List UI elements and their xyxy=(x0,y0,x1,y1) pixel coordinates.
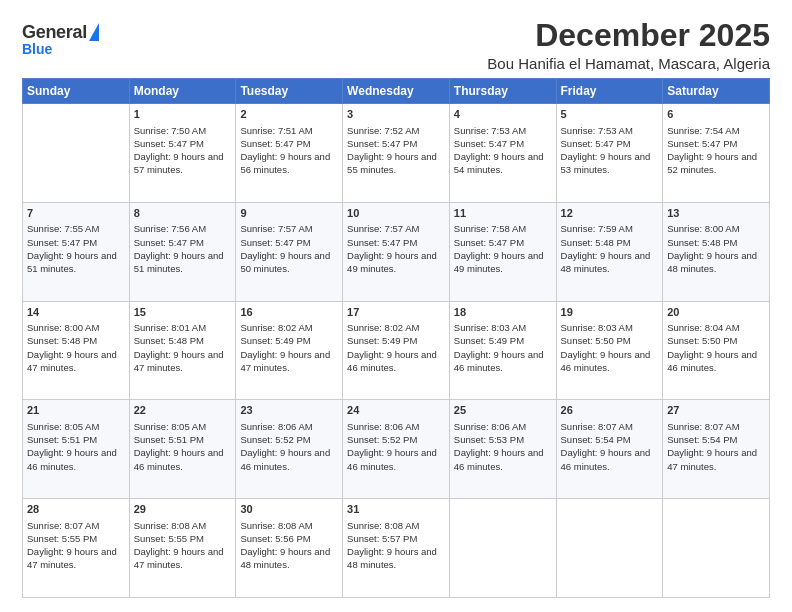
day-number: 5 xyxy=(561,107,659,122)
daylight-text: Daylight: 9 hours and 46 minutes. xyxy=(240,447,330,471)
day-number: 10 xyxy=(347,206,445,221)
daylight-text: Daylight: 9 hours and 46 minutes. xyxy=(454,349,544,373)
sunset-text: Sunset: 5:47 PM xyxy=(27,237,97,248)
daylight-text: Daylight: 9 hours and 47 minutes. xyxy=(134,546,224,570)
sunrise-text: Sunrise: 7:52 AM xyxy=(347,125,419,136)
sunset-text: Sunset: 5:47 PM xyxy=(347,237,417,248)
day-number: 25 xyxy=(454,403,552,418)
daylight-text: Daylight: 9 hours and 51 minutes. xyxy=(27,250,117,274)
daylight-text: Daylight: 9 hours and 46 minutes. xyxy=(561,349,651,373)
daylight-text: Daylight: 9 hours and 48 minutes. xyxy=(240,546,330,570)
daylight-text: Daylight: 9 hours and 46 minutes. xyxy=(667,349,757,373)
sunset-text: Sunset: 5:47 PM xyxy=(561,138,631,149)
sunset-text: Sunset: 5:48 PM xyxy=(27,335,97,346)
daylight-text: Daylight: 9 hours and 47 minutes. xyxy=(27,349,117,373)
day-number: 30 xyxy=(240,502,338,517)
sunset-text: Sunset: 5:47 PM xyxy=(134,138,204,149)
day-number: 16 xyxy=(240,305,338,320)
calendar-cell: 10Sunrise: 7:57 AMSunset: 5:47 PMDayligh… xyxy=(343,202,450,301)
sunset-text: Sunset: 5:47 PM xyxy=(667,138,737,149)
month-title: December 2025 xyxy=(487,18,770,53)
day-number: 23 xyxy=(240,403,338,418)
day-number: 27 xyxy=(667,403,765,418)
sunset-text: Sunset: 5:49 PM xyxy=(347,335,417,346)
title-block: December 2025 Bou Hanifia el Hamamat, Ma… xyxy=(487,18,770,72)
sunrise-text: Sunrise: 8:06 AM xyxy=(240,421,312,432)
sunrise-text: Sunrise: 8:06 AM xyxy=(347,421,419,432)
daylight-text: Daylight: 9 hours and 49 minutes. xyxy=(454,250,544,274)
day-number: 18 xyxy=(454,305,552,320)
sunset-text: Sunset: 5:55 PM xyxy=(134,533,204,544)
daylight-text: Daylight: 9 hours and 51 minutes. xyxy=(134,250,224,274)
sunset-text: Sunset: 5:48 PM xyxy=(134,335,204,346)
sunrise-text: Sunrise: 8:04 AM xyxy=(667,322,739,333)
calendar-cell: 15Sunrise: 8:01 AMSunset: 5:48 PMDayligh… xyxy=(129,301,236,400)
sunrise-text: Sunrise: 8:07 AM xyxy=(27,520,99,531)
calendar-cell: 31Sunrise: 8:08 AMSunset: 5:57 PMDayligh… xyxy=(343,499,450,598)
sunset-text: Sunset: 5:55 PM xyxy=(27,533,97,544)
sunrise-text: Sunrise: 8:05 AM xyxy=(134,421,206,432)
calendar-cell xyxy=(449,499,556,598)
calendar-cell: 29Sunrise: 8:08 AMSunset: 5:55 PMDayligh… xyxy=(129,499,236,598)
calendar-cell: 1Sunrise: 7:50 AMSunset: 5:47 PMDaylight… xyxy=(129,104,236,203)
day-number: 21 xyxy=(27,403,125,418)
sunset-text: Sunset: 5:51 PM xyxy=(134,434,204,445)
day-number: 12 xyxy=(561,206,659,221)
sunset-text: Sunset: 5:53 PM xyxy=(454,434,524,445)
calendar-cell: 7Sunrise: 7:55 AMSunset: 5:47 PMDaylight… xyxy=(23,202,130,301)
calendar-cell: 21Sunrise: 8:05 AMSunset: 5:51 PMDayligh… xyxy=(23,400,130,499)
daylight-text: Daylight: 9 hours and 47 minutes. xyxy=(134,349,224,373)
location-title: Bou Hanifia el Hamamat, Mascara, Algeria xyxy=(487,55,770,72)
sunrise-text: Sunrise: 8:00 AM xyxy=(27,322,99,333)
logo-general-text: General xyxy=(22,22,87,43)
day-number: 19 xyxy=(561,305,659,320)
sunrise-text: Sunrise: 8:02 AM xyxy=(347,322,419,333)
calendar-cell: 30Sunrise: 8:08 AMSunset: 5:56 PMDayligh… xyxy=(236,499,343,598)
calendar-cell: 26Sunrise: 8:07 AMSunset: 5:54 PMDayligh… xyxy=(556,400,663,499)
day-header-tuesday: Tuesday xyxy=(236,79,343,104)
daylight-text: Daylight: 9 hours and 48 minutes. xyxy=(561,250,651,274)
sunset-text: Sunset: 5:47 PM xyxy=(454,138,524,149)
day-header-monday: Monday xyxy=(129,79,236,104)
calendar-cell: 23Sunrise: 8:06 AMSunset: 5:52 PMDayligh… xyxy=(236,400,343,499)
day-number: 4 xyxy=(454,107,552,122)
daylight-text: Daylight: 9 hours and 48 minutes. xyxy=(347,546,437,570)
sunset-text: Sunset: 5:47 PM xyxy=(347,138,417,149)
calendar-cell: 11Sunrise: 7:58 AMSunset: 5:47 PMDayligh… xyxy=(449,202,556,301)
day-number: 22 xyxy=(134,403,232,418)
daylight-text: Daylight: 9 hours and 54 minutes. xyxy=(454,151,544,175)
daylight-text: Daylight: 9 hours and 46 minutes. xyxy=(561,447,651,471)
sunset-text: Sunset: 5:49 PM xyxy=(454,335,524,346)
sunrise-text: Sunrise: 8:08 AM xyxy=(347,520,419,531)
daylight-text: Daylight: 9 hours and 46 minutes. xyxy=(347,349,437,373)
daylight-text: Daylight: 9 hours and 47 minutes. xyxy=(27,546,117,570)
sunrise-text: Sunrise: 7:55 AM xyxy=(27,223,99,234)
sunrise-text: Sunrise: 8:08 AM xyxy=(134,520,206,531)
daylight-text: Daylight: 9 hours and 57 minutes. xyxy=(134,151,224,175)
day-number: 28 xyxy=(27,502,125,517)
day-number: 1 xyxy=(134,107,232,122)
day-number: 17 xyxy=(347,305,445,320)
sunset-text: Sunset: 5:57 PM xyxy=(347,533,417,544)
calendar-cell: 14Sunrise: 8:00 AMSunset: 5:48 PMDayligh… xyxy=(23,301,130,400)
daylight-text: Daylight: 9 hours and 50 minutes. xyxy=(240,250,330,274)
calendar-cell: 2Sunrise: 7:51 AMSunset: 5:47 PMDaylight… xyxy=(236,104,343,203)
sunrise-text: Sunrise: 8:03 AM xyxy=(454,322,526,333)
day-number: 7 xyxy=(27,206,125,221)
sunset-text: Sunset: 5:47 PM xyxy=(240,237,310,248)
sunset-text: Sunset: 5:47 PM xyxy=(454,237,524,248)
sunrise-text: Sunrise: 8:03 AM xyxy=(561,322,633,333)
calendar-cell xyxy=(556,499,663,598)
daylight-text: Daylight: 9 hours and 47 minutes. xyxy=(240,349,330,373)
calendar-table: SundayMondayTuesdayWednesdayThursdayFrid… xyxy=(22,78,770,598)
daylight-text: Daylight: 9 hours and 48 minutes. xyxy=(667,250,757,274)
calendar-cell: 18Sunrise: 8:03 AMSunset: 5:49 PMDayligh… xyxy=(449,301,556,400)
calendar-cell: 13Sunrise: 8:00 AMSunset: 5:48 PMDayligh… xyxy=(663,202,770,301)
daylight-text: Daylight: 9 hours and 46 minutes. xyxy=(454,447,544,471)
calendar-cell: 6Sunrise: 7:54 AMSunset: 5:47 PMDaylight… xyxy=(663,104,770,203)
sunrise-text: Sunrise: 8:08 AM xyxy=(240,520,312,531)
sunset-text: Sunset: 5:47 PM xyxy=(240,138,310,149)
day-header-sunday: Sunday xyxy=(23,79,130,104)
calendar-cell: 9Sunrise: 7:57 AMSunset: 5:47 PMDaylight… xyxy=(236,202,343,301)
sunrise-text: Sunrise: 7:53 AM xyxy=(454,125,526,136)
